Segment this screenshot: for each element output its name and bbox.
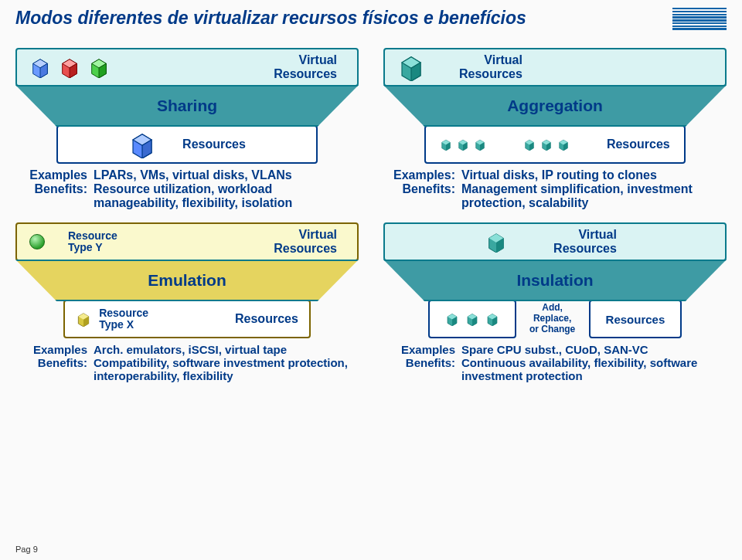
insulation-resources-label: Resources <box>606 313 665 326</box>
cube-icon <box>397 53 425 81</box>
insulation-virtual-box: Virtual Resources <box>383 222 727 261</box>
emulation-bottom-left-label: Resource Type X <box>99 307 148 331</box>
aggregation-label: Aggregation <box>383 85 727 127</box>
benefits-label: Benefits: <box>383 356 457 382</box>
sharing-column: Virtual Resources Sharing Resources Exam… <box>15 48 359 210</box>
insulation-mid-label: Add, Replace, or Change <box>524 303 581 334</box>
cube-icon <box>76 311 91 327</box>
insulation-text: Examples Spare CPU subst., CUoD, SAN-VC … <box>383 343 727 382</box>
page-number: Pag 9 <box>15 545 38 554</box>
aggregation-examples: Virtual disks, IP routing to clones <box>461 168 727 182</box>
emulation-column: Resource Type Y Virtual Resources Emulat… <box>15 222 359 382</box>
insulation-examples: Spare CPU subst., CUoD, SAN-VC <box>461 343 727 356</box>
aggregation-virtual-box: Virtual Resources <box>383 48 727 87</box>
sharing-benefits: Resource utilization, workload manageabi… <box>94 182 359 210</box>
sharing-examples: LPARs, VMs, virtual disks, VLANs <box>94 168 359 182</box>
cube-icon <box>128 131 156 158</box>
insulation-resources-right: Resources <box>589 300 682 338</box>
aggregation-column: Virtual Resources Aggregation Resources … <box>383 48 727 210</box>
sharing-resources-box: Resources <box>56 125 317 164</box>
benefits-label: Benefits: <box>383 182 457 210</box>
sharing-label: Sharing <box>15 85 359 127</box>
examples-label: Examples <box>15 343 89 356</box>
cube-icon <box>485 231 507 253</box>
emulation-virtual-box: Resource Type Y Virtual Resources <box>15 222 359 261</box>
examples-label: Examples <box>383 343 457 356</box>
aggregation-benefits: Management simplification, investment pr… <box>461 182 727 210</box>
benefits-label: Benefits: <box>15 182 89 210</box>
aggregation-text: Examples: Virtual disks, IP routing to c… <box>383 168 727 210</box>
emulation-virtual-label: Virtual Resources <box>274 228 337 255</box>
sharing-virtual-label: Virtual Resources <box>274 53 337 80</box>
insulation-column: Virtual Resources Insulation Add, Replac… <box>383 222 727 382</box>
emulation-resources-box: Resource Type X Resources <box>63 300 311 338</box>
emulation-top-left-label: Resource Type Y <box>68 230 117 254</box>
examples-label: Examples: <box>383 168 457 182</box>
emulation-resources-label: Resources <box>235 312 298 326</box>
emulation-text: Examples Arch. emulators, iSCSI, virtual… <box>15 343 359 382</box>
benefits-label: Benefits: <box>15 356 89 382</box>
cube-icon <box>29 56 51 78</box>
insulation-virtual-label: Virtual Resources <box>553 228 617 255</box>
insulation-benefits: Continuous availability, flexibility, so… <box>461 356 727 382</box>
sharing-resources-label: Resources <box>182 137 246 151</box>
circle-icon <box>29 234 45 249</box>
cube-group-icon <box>523 138 570 151</box>
sharing-text: Examples LPARs, VMs, virtual disks, VLAN… <box>15 168 359 210</box>
cube-icon <box>88 56 110 78</box>
slide-title: Modos diferentes de virtualizar recursos… <box>15 8 727 29</box>
sharing-virtual-box: Virtual Resources <box>15 48 359 87</box>
emulation-label: Emulation <box>15 260 359 301</box>
aggregation-resources-label: Resources <box>607 137 670 151</box>
examples-label: Examples <box>15 168 89 182</box>
ibm-logo <box>672 8 727 29</box>
emulation-examples: Arch. emulators, iSCSI, virtual tape <box>94 343 359 356</box>
insulation-label: Insulation <box>383 260 727 301</box>
insulation-resources-row: Add, Replace, or Change Resources <box>428 300 682 338</box>
cube-icon <box>59 56 80 78</box>
aggregation-resources-box: Resources <box>424 125 685 164</box>
aggregation-virtual-label: Virtual Resources <box>459 53 522 80</box>
cube-group-icon <box>440 138 486 151</box>
emulation-benefits: Compatibility, software investment prote… <box>94 356 359 382</box>
insulation-resources-left <box>428 300 516 338</box>
